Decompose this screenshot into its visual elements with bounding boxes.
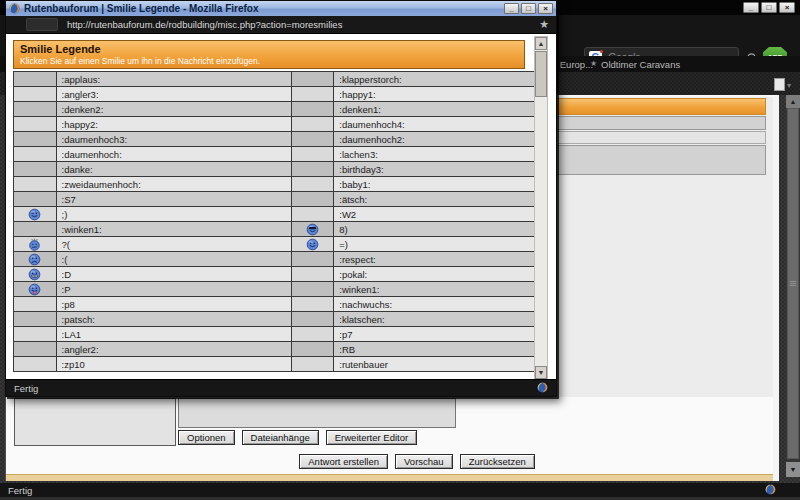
editor-button-row: Optionen Dateianhänge Erweiterter Editor bbox=[178, 430, 417, 445]
vorschau-button[interactable]: Vorschau bbox=[395, 454, 453, 469]
smilie-popup-window: Rutenbauforum | Smilie Legende - Mozilla… bbox=[5, 0, 557, 397]
smilie-code[interactable]: :klapperstorch: bbox=[334, 72, 536, 87]
url-text[interactable]: http://rutenbauforum.de/rodbuilding/misc… bbox=[67, 19, 342, 30]
empty-smilie-cell bbox=[14, 87, 57, 102]
smilie-row: :applaus::klapperstorch: bbox=[14, 72, 536, 87]
sad-smilie-glyph bbox=[28, 253, 41, 266]
smilie-code[interactable]: :lachen3: bbox=[334, 147, 536, 162]
close-button[interactable]: × bbox=[779, 2, 795, 13]
smilie-row: :angler3::happy1: bbox=[14, 87, 536, 102]
message-editor-area[interactable] bbox=[178, 398, 456, 428]
scroll-down-icon[interactable]: ▼ bbox=[786, 462, 800, 477]
browser-status-bar: Fertig bbox=[0, 483, 800, 497]
grin-smilie-icon[interactable] bbox=[14, 267, 57, 282]
smilie-code[interactable]: :respect: bbox=[334, 252, 536, 267]
empty-smilie-cell bbox=[291, 72, 334, 87]
smilie-code[interactable]: :p7 bbox=[334, 327, 536, 342]
empty-smilie-cell bbox=[14, 312, 57, 327]
wink-smilie-icon[interactable] bbox=[14, 207, 57, 222]
wink-smilie-glyph bbox=[28, 208, 41, 221]
smilie-code[interactable]: :( bbox=[56, 252, 291, 267]
smilie-code[interactable]: :applaus: bbox=[56, 72, 291, 87]
smilie-code[interactable]: :daumenhoch2: bbox=[334, 132, 536, 147]
cool-smilie-glyph bbox=[306, 223, 319, 236]
cool-smilie-icon[interactable] bbox=[291, 222, 334, 237]
empty-smilie-cell bbox=[291, 177, 334, 192]
page-icon[interactable] bbox=[774, 78, 785, 91]
smilie-code[interactable]: :daumenhoch: bbox=[56, 147, 291, 162]
smilie-code[interactable]: :D bbox=[56, 267, 291, 282]
smilie-code[interactable]: ;) bbox=[56, 207, 291, 222]
zuruecksetzen-button[interactable]: Zurücksetzen bbox=[460, 454, 535, 469]
empty-smilie-cell bbox=[14, 177, 57, 192]
empty-smilie-cell bbox=[291, 162, 334, 177]
popup-title-bar[interactable]: Rutenbauforum | Smilie Legende - Mozilla… bbox=[6, 1, 556, 16]
smilie-code[interactable]: :daumenhoch4: bbox=[334, 117, 536, 132]
scrollbar-thumb[interactable] bbox=[535, 51, 547, 97]
bookmark-item[interactable]: Oldtimer Caravans bbox=[601, 59, 680, 70]
empty-smilie-cell bbox=[14, 132, 57, 147]
smilie-code[interactable]: :angler2: bbox=[56, 342, 291, 357]
minimize-button[interactable]: _ bbox=[743, 2, 759, 13]
empty-smilie-cell bbox=[291, 342, 334, 357]
smilie-code[interactable]: :zp10 bbox=[56, 357, 291, 372]
empty-smilie-cell bbox=[291, 102, 334, 117]
smilie-row: :P:winken1: bbox=[14, 282, 536, 297]
smilie-code[interactable]: :winken1: bbox=[56, 222, 291, 237]
browser-scrollbar[interactable]: ▲ ▼ bbox=[786, 95, 800, 477]
smilie-code[interactable]: :danke: bbox=[56, 162, 291, 177]
popup-scrollbar[interactable]: ▲ ▼ bbox=[534, 36, 548, 380]
smilie-row: :p8:nachwuchs: bbox=[14, 297, 536, 312]
tab-list-caret-icon[interactable]: ▾ bbox=[787, 81, 791, 90]
smilie-code[interactable]: :RB bbox=[334, 342, 536, 357]
smilie-code[interactable]: :zweidaumenhoch: bbox=[56, 177, 291, 192]
smile-smilie-icon[interactable] bbox=[291, 237, 334, 252]
minimize-button[interactable]: _ bbox=[504, 3, 519, 14]
smilie-code[interactable]: :winken1: bbox=[334, 282, 536, 297]
smilie-code[interactable]: :nachwuchs: bbox=[334, 297, 536, 312]
smilie-code[interactable]: :happy1: bbox=[334, 87, 536, 102]
smilie-code[interactable]: 8) bbox=[334, 222, 536, 237]
smilie-code[interactable]: ?( bbox=[56, 237, 291, 252]
smilie-box[interactable] bbox=[14, 398, 176, 446]
smilie-code[interactable]: :W2 bbox=[334, 207, 536, 222]
smilie-code[interactable]: :pokal: bbox=[334, 267, 536, 282]
restore-button[interactable]: □ bbox=[761, 2, 777, 13]
empty-smilie-cell bbox=[291, 117, 334, 132]
smilie-code[interactable]: :happy2: bbox=[56, 117, 291, 132]
smilie-code[interactable]: :p8 bbox=[56, 297, 291, 312]
smilie-code[interactable]: :denken2: bbox=[56, 102, 291, 117]
smilie-code[interactable]: :ätsch: bbox=[334, 192, 536, 207]
scroll-up-icon[interactable]: ▲ bbox=[786, 95, 800, 108]
smilie-code[interactable]: =) bbox=[334, 237, 536, 252]
smilie-code[interactable]: :denken1: bbox=[334, 102, 536, 117]
dateianhaenge-button[interactable]: Dateianhänge bbox=[242, 430, 319, 445]
maximize-button[interactable]: □ bbox=[521, 3, 536, 14]
empty-smilie-cell bbox=[14, 222, 57, 237]
smilie-code[interactable]: :S7 bbox=[56, 192, 291, 207]
smilie-row: :danke::birthday3: bbox=[14, 162, 536, 177]
scroll-down-icon[interactable]: ▼ bbox=[535, 366, 547, 379]
smilie-code[interactable]: :rutenbauer bbox=[334, 357, 536, 372]
sad-smilie-icon[interactable] bbox=[14, 252, 57, 267]
smilie-code[interactable]: :angler3: bbox=[56, 87, 291, 102]
smile-smilie-glyph bbox=[306, 238, 319, 251]
scrollbar-thumb[interactable] bbox=[787, 108, 799, 459]
smilie-code[interactable]: :patsch: bbox=[56, 312, 291, 327]
confused-smilie-icon[interactable] bbox=[14, 237, 57, 252]
smilie-code[interactable]: :P bbox=[56, 282, 291, 297]
smilie-code[interactable]: :LA1 bbox=[56, 327, 291, 342]
empty-smilie-cell bbox=[14, 102, 57, 117]
smilie-code[interactable]: :birthday3: bbox=[334, 162, 536, 177]
optionen-button[interactable]: Optionen bbox=[178, 430, 235, 445]
smilie-code[interactable]: :daumenhoch3: bbox=[56, 132, 291, 147]
close-button[interactable]: × bbox=[538, 3, 553, 14]
scroll-up-icon[interactable]: ▲ bbox=[535, 37, 547, 50]
smilie-code[interactable]: :klatschen: bbox=[334, 312, 536, 327]
antwort-erstellen-button[interactable]: Antwort erstellen bbox=[299, 454, 388, 469]
bookmark-star-icon[interactable]: ★ bbox=[539, 19, 549, 30]
empty-smilie-cell bbox=[14, 327, 57, 342]
tongue-smilie-icon[interactable] bbox=[14, 282, 57, 297]
erweiterter-editor-button[interactable]: Erweiterter Editor bbox=[326, 430, 417, 445]
smilie-code[interactable]: :baby1: bbox=[334, 177, 536, 192]
